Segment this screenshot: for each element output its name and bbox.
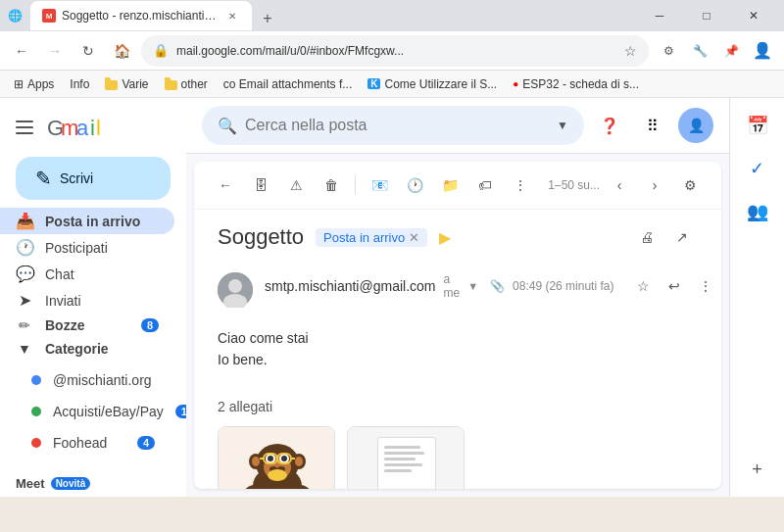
email-subject-bar: Soggetto Posta in arrivo ✕ ▶ 🖨 ↗ bbox=[194, 210, 721, 265]
sent-icon: ➤ bbox=[16, 291, 33, 310]
star-icon[interactable]: ☆ bbox=[624, 43, 637, 59]
sidebar-item-drafts[interactable]: ✏ Bozze 8 bbox=[0, 314, 174, 337]
meet-label: Meet bbox=[16, 476, 45, 491]
search-bar[interactable]: 🔍 ▼ bbox=[202, 106, 584, 145]
search-chevron-icon[interactable]: ▼ bbox=[557, 119, 568, 132]
chat-nav-icon: 💬 bbox=[16, 265, 33, 283]
ext-icon-2[interactable]: 🔧 bbox=[686, 37, 713, 65]
back-to-inbox-button[interactable]: ← bbox=[210, 169, 241, 201]
label-foohead-badge: 4 bbox=[137, 436, 155, 450]
email-toolbar: ← 🗄 ⚠ 🗑 📧 🕐 📁 🏷 ⋮ 1–50 su... ‹ › ⚙ bbox=[194, 162, 721, 210]
tab-bar: M Soggetto - renzo.mischianti@gi... ✕ + bbox=[30, 1, 629, 30]
meet-section: Meet Novità 📹 Avvia riunione 🔗 Partecipa… bbox=[0, 468, 186, 497]
email-nav-info: 1–50 su... bbox=[548, 178, 600, 192]
minimize-button[interactable]: ─ bbox=[637, 0, 682, 31]
home-button[interactable]: 🏠 bbox=[108, 37, 135, 65]
star-email-button[interactable]: ☆ bbox=[629, 272, 657, 300]
label-acquisti[interactable]: Acquisti/eBay/Pay 17 bbox=[16, 396, 171, 427]
gmail-logo: G m a i l bbox=[47, 114, 125, 141]
email-attachment-icon: 📎 bbox=[490, 279, 505, 293]
sidebar-item-chat[interactable]: 💬 Chat bbox=[0, 261, 174, 287]
sidebar-item-sent[interactable]: ➤ Inviati bbox=[0, 287, 174, 314]
open-new-tab-button[interactable]: ↗ bbox=[666, 221, 698, 253]
bookmark-come-utilizzare[interactable]: K Come Utilizzare il S... bbox=[362, 75, 503, 93]
bookmark-email-attachments[interactable]: co Email attachments f... bbox=[218, 75, 358, 93]
bookmark-esp32[interactable]: ● ESP32 - scheda di s... bbox=[507, 75, 645, 93]
novita-badge: Novità bbox=[51, 477, 91, 490]
archive-button[interactable]: 🗄 bbox=[245, 169, 276, 201]
search-input[interactable] bbox=[245, 117, 549, 134]
inbox-tag[interactable]: Posta in arrivo ✕ bbox=[316, 228, 427, 247]
inbox-tag-remove-icon[interactable]: ✕ bbox=[409, 230, 419, 245]
print-button[interactable]: 🖨 bbox=[631, 221, 662, 253]
bookmark-varie[interactable]: Varie bbox=[99, 75, 154, 93]
email-meta: 📎 08:49 (26 minuti fa) ☆ ↩ ⋮ bbox=[490, 272, 719, 300]
spam-button[interactable]: ⚠ bbox=[280, 169, 312, 201]
snooze-button[interactable]: 🕐 bbox=[399, 169, 430, 201]
profile-icon[interactable]: 👤 bbox=[749, 37, 776, 65]
move-to-button[interactable]: 📁 bbox=[434, 169, 466, 201]
hamburger-menu[interactable] bbox=[16, 116, 39, 139]
profile-avatar[interactable]: 👤 bbox=[678, 108, 713, 143]
tab-close-icon[interactable]: ✕ bbox=[224, 8, 240, 24]
apps-icon[interactable]: ⠿ bbox=[635, 108, 670, 143]
label-button[interactable]: 🏷 bbox=[469, 169, 501, 201]
attachment-doc-preview bbox=[348, 427, 465, 489]
bookmark-info[interactable]: Info bbox=[64, 75, 95, 93]
right-tasks-icon[interactable]: ✓ bbox=[738, 149, 777, 188]
email-actions-top: 🖨 ↗ bbox=[631, 221, 698, 253]
next-email-button[interactable]: › bbox=[639, 169, 670, 201]
sender-to-label: a me bbox=[443, 272, 460, 300]
reply-quick-button[interactable]: ↩ bbox=[661, 272, 688, 300]
meet-header: Meet Novità bbox=[0, 472, 186, 495]
email-line-2: Io bene. bbox=[218, 349, 698, 370]
label-foohead[interactable]: Foohead 4 bbox=[16, 427, 171, 459]
address-bar[interactable]: 🔒 mail.google.com/mail/u/0/#inbox/FMfcgx… bbox=[141, 35, 649, 67]
sidebar-item-starred[interactable]: 🕐 Posticipati bbox=[0, 234, 174, 261]
prev-email-button[interactable]: ‹ bbox=[604, 169, 635, 201]
svg-point-6 bbox=[228, 279, 242, 293]
gmail-app: G m a i l ✎ Scrivi 📥 Posta in arrivo 🕐 P… bbox=[0, 98, 784, 497]
start-meeting-item[interactable]: 📹 Avvia riunione bbox=[0, 495, 174, 497]
right-contacts-icon[interactable]: 👥 bbox=[738, 192, 777, 231]
email-settings-button[interactable]: ⚙ bbox=[674, 169, 706, 201]
sender-email: smtp.mischianti@gmail.com bbox=[265, 278, 435, 294]
drafts-badge: 8 bbox=[141, 318, 159, 332]
maximize-button[interactable]: □ bbox=[684, 0, 729, 31]
email-time: 08:49 (26 minuti fa) bbox=[513, 279, 613, 293]
right-add-icon[interactable]: + bbox=[738, 450, 777, 489]
inbox-label: Posta in arrivo bbox=[45, 214, 140, 229]
lock-icon: 🔒 bbox=[153, 43, 169, 58]
label-mischianti[interactable]: @mischianti.org bbox=[16, 364, 171, 396]
back-button[interactable]: ← bbox=[8, 37, 35, 65]
bookmarks-bar: ⊞ Apps Info Varie other co Email attachm… bbox=[0, 71, 784, 98]
mark-unread-button[interactable]: 📧 bbox=[364, 169, 395, 201]
refresh-button[interactable]: ↻ bbox=[74, 37, 102, 65]
email-more-button[interactable]: ⋮ bbox=[692, 272, 719, 300]
expand-sender-icon[interactable]: ▼ bbox=[467, 280, 478, 292]
sidebar-item-inbox[interactable]: 📥 Posta in arrivo bbox=[0, 208, 174, 234]
ext-icon-3[interactable]: 📌 bbox=[717, 37, 745, 65]
bookmark-other[interactable]: other bbox=[159, 75, 214, 93]
doc-line-4 bbox=[384, 463, 422, 466]
active-tab[interactable]: M Soggetto - renzo.mischianti@gi... ✕ bbox=[30, 1, 252, 30]
bookmark-apps[interactable]: ⊞ Apps bbox=[8, 75, 60, 93]
delete-button[interactable]: 🗑 bbox=[316, 169, 347, 201]
help-icon[interactable]: ❓ bbox=[592, 108, 627, 143]
close-button[interactable]: ✕ bbox=[731, 0, 776, 31]
more-options-button[interactable]: ⋮ bbox=[505, 169, 536, 201]
sidebar-item-categories[interactable]: ▼ Categorie bbox=[0, 337, 174, 361]
compose-plus-icon: ✎ bbox=[35, 167, 52, 190]
attachment-doc-item[interactable]: T test.txt bbox=[347, 426, 465, 489]
sidebar: G m a i l ✎ Scrivi 📥 Posta in arrivo 🕐 P… bbox=[0, 98, 186, 497]
window-controls: ─ □ ✕ bbox=[637, 0, 776, 31]
starred-icon: 🕐 bbox=[16, 238, 33, 257]
attachment-image-item[interactable] bbox=[218, 426, 335, 489]
right-calendar-icon[interactable]: 📅 bbox=[738, 106, 777, 145]
new-tab-button[interactable]: + bbox=[256, 7, 279, 30]
svg-point-13 bbox=[295, 457, 303, 466]
forward-button[interactable]: → bbox=[41, 37, 69, 65]
ext-icon-1[interactable]: ⚙ bbox=[655, 37, 682, 65]
attachments-header: 2 allegati bbox=[218, 399, 698, 414]
compose-button[interactable]: ✎ Scrivi bbox=[16, 157, 171, 200]
